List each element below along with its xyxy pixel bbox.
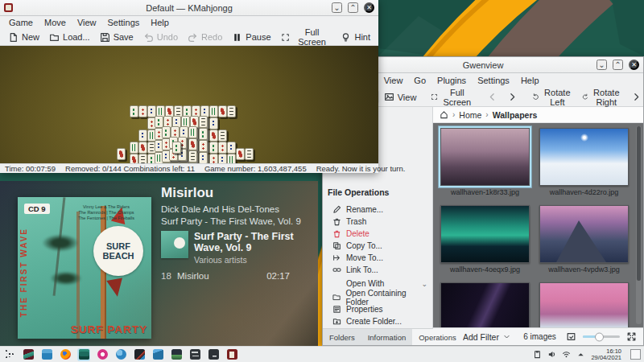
tray-volume[interactable] <box>547 350 556 359</box>
show-desktop-button[interactable] <box>630 349 641 360</box>
mahjongg-tile[interactable] <box>199 128 208 140</box>
save-button[interactable]: Save <box>95 31 138 44</box>
clock[interactable]: 16:10 29/04/2021 <box>591 348 621 361</box>
mahjongg-tile[interactable] <box>209 130 218 142</box>
taskbar-music-player-elisa[interactable] <box>77 348 90 361</box>
view-button[interactable]: View <box>379 90 422 104</box>
sidebar-tab-folders[interactable]: Folders <box>323 329 361 345</box>
mahjongg-tile[interactable] <box>180 162 188 163</box>
sidebar-tab-operations[interactable]: Operations <box>412 329 462 345</box>
home-icon[interactable] <box>440 110 448 119</box>
thumbnail-item[interactable] <box>440 282 530 327</box>
mahjongg-tile[interactable] <box>138 130 147 142</box>
mahjongg-tile[interactable] <box>138 105 147 117</box>
sidebar-tab-information[interactable]: Information <box>361 329 413 345</box>
taskbar-kmahjongg-app[interactable] <box>225 348 238 361</box>
forward-button[interactable] <box>502 90 522 104</box>
maximize-button[interactable]: ⌃ <box>613 60 623 70</box>
back-button[interactable] <box>482 90 502 104</box>
file-op-copy-to[interactable]: Copy To... <box>328 240 427 252</box>
thumbnail-item[interactable]: wallhaven-1k8r33.jpg <box>440 128 530 197</box>
undo-button[interactable]: Undo <box>138 31 183 44</box>
file-op-trash[interactable]: Trash <box>328 216 427 228</box>
taskbar-gwenview-image-viewer[interactable] <box>170 348 183 361</box>
mahjongg-tile[interactable] <box>199 152 208 163</box>
taskbar-settings-app[interactable] <box>188 348 201 361</box>
file-op-rename[interactable]: Rename... <box>328 204 427 216</box>
mahjongg-tile[interactable] <box>188 150 197 162</box>
hint-button[interactable]: Hint <box>336 31 375 44</box>
mahjongg-tile[interactable] <box>209 154 218 163</box>
menu-item-plugins[interactable]: Plugins <box>431 76 472 85</box>
mahjongg-tile[interactable] <box>117 148 126 160</box>
add-filter-dropdown[interactable]: Add Filter <box>460 332 514 342</box>
file-op-open-containing-folder[interactable]: Open Containing Folder <box>328 291 427 303</box>
thumbnail-image[interactable] <box>440 282 530 327</box>
taskbar-firefox-browser[interactable] <box>59 348 72 361</box>
thumbnail-item[interactable]: wallhaven-4vpdw3.jpg <box>539 205 630 274</box>
taskbar-media-player[interactable] <box>96 348 109 361</box>
file-op-delete[interactable]: Delete <box>328 228 427 240</box>
taskbar-dolphin-file-manager[interactable] <box>40 348 53 361</box>
mahjongg-tile[interactable] <box>188 162 197 163</box>
full-screen-button[interactable]: Full Screen <box>426 86 477 109</box>
redo-button[interactable]: Redo <box>183 31 227 44</box>
mahjongg-tile[interactable] <box>209 142 218 154</box>
thumbnail-item[interactable] <box>539 282 630 327</box>
mahjongg-tile[interactable] <box>162 162 171 163</box>
zoom-expand-icon[interactable] <box>626 331 637 342</box>
mahjongg-tile[interactable] <box>199 116 208 128</box>
thumbnail-image[interactable] <box>440 128 530 186</box>
mahjongg-tile[interactable] <box>171 162 180 163</box>
thumbnail-item[interactable]: wallhaven-4d22ro.jpg <box>539 128 630 197</box>
full-screen-button[interactable]: Full Screen <box>276 26 336 48</box>
close-button[interactable]: ✕ <box>364 2 374 13</box>
new-button[interactable]: New <box>3 31 44 44</box>
menu-item-view[interactable]: View <box>378 76 409 85</box>
breadcrumb-home[interactable]: Home <box>459 110 481 120</box>
rotate-left-button[interactable]: Rotate Left <box>527 86 576 109</box>
playlist-track-row[interactable]: 18 Misirlou 02:17 <box>161 271 290 281</box>
thumbnail-item[interactable]: wallhaven-4oeqx9.jpg <box>440 205 530 274</box>
mahjongg-tile[interactable] <box>188 138 197 150</box>
mahjongg-tile[interactable] <box>245 148 254 160</box>
thumbnail-scrollbar[interactable] <box>636 126 642 324</box>
slider-handle[interactable] <box>595 332 604 341</box>
mahjongg-tile[interactable] <box>227 105 236 117</box>
scrollbar-thumb[interactable] <box>637 126 641 281</box>
taskbar-web-globe-app[interactable] <box>114 348 127 361</box>
mahjongg-tile[interactable] <box>218 142 227 154</box>
mahjongg-tile[interactable] <box>138 154 147 163</box>
file-op-move-to[interactable]: Move To... <box>328 252 427 264</box>
taskbar-konsole-terminal[interactable] <box>207 348 220 361</box>
load-button[interactable]: Load... <box>44 31 95 44</box>
tray-clipboard[interactable] <box>533 350 542 359</box>
taskbar-app-launcher[interactable] <box>3 348 16 361</box>
menu-item-settings[interactable]: Settings <box>472 76 515 85</box>
zoom-slider[interactable] <box>583 335 620 338</box>
mahjongg-tile[interactable] <box>209 105 218 117</box>
mahjongg-tile[interactable] <box>218 105 227 117</box>
rotate-right-button[interactable]: Rotate Right <box>577 86 626 109</box>
toolbar-overflow-button[interactable] <box>626 90 644 104</box>
taskbar-photo-night-app[interactable] <box>133 348 146 361</box>
file-op-link-to[interactable]: Link To... <box>328 264 427 276</box>
menu-item-go[interactable]: Go <box>408 76 431 85</box>
mahjongg-tile[interactable] <box>130 154 138 163</box>
menu-item-help[interactable]: Help <box>145 18 175 27</box>
minimize-button[interactable]: ⌄ <box>597 60 607 70</box>
thumbnail-image[interactable] <box>539 282 629 327</box>
mahjongg-tile[interactable] <box>209 117 218 130</box>
close-button[interactable]: ✕ <box>629 60 639 70</box>
menu-item-settings[interactable]: Settings <box>102 18 146 27</box>
file-op-create-folder[interactable]: Create Folder... <box>328 315 427 327</box>
thumbnail-image[interactable] <box>539 128 629 186</box>
tray-network[interactable] <box>562 350 571 359</box>
mahjongg-tile[interactable] <box>227 154 236 163</box>
menu-item-game[interactable]: Game <box>3 18 39 27</box>
taskbar-video-app[interactable] <box>22 348 35 361</box>
menu-item-move[interactable]: Move <box>39 18 72 27</box>
breadcrumb-current-folder[interactable]: Wallpapers <box>493 110 538 120</box>
mahjongg-tile[interactable] <box>130 142 138 154</box>
thumbnail-image[interactable] <box>440 205 530 263</box>
